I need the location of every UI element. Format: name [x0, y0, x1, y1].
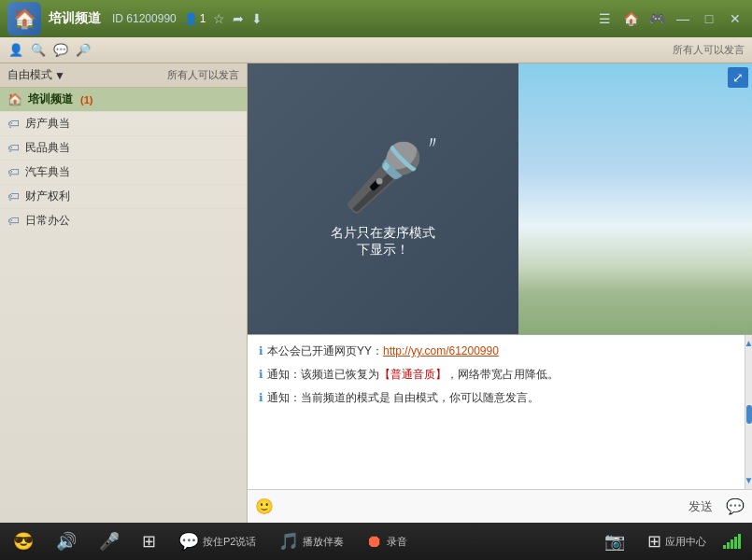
voice-message-button[interactable]: 💬: [726, 497, 745, 515]
record-button[interactable]: ⏺ 录音: [361, 530, 413, 553]
sidebar-channel-item[interactable]: 🏷 汽车典当: [0, 161, 247, 185]
header: 🏠 培训频道 ID 61200990 👤 1 ☆ ➦ ⬇ ☰ 🏠 🎮 — □ ✕: [0, 0, 752, 37]
video-area: 🎤 〃 名片只在麦序模式 下显示！ ⤢: [248, 63, 752, 334]
signal-bar-3: [731, 539, 733, 549]
signal-bar-2: [727, 542, 730, 549]
chat-messages: ℹ本公会已开通网页YY：http://yy.com/61200990ℹ通知：该频…: [248, 335, 745, 489]
play-music-button[interactable]: 🎵 播放伴奏: [273, 529, 349, 553]
channel-id: ID 61200990: [112, 12, 177, 25]
camera-button[interactable]: 📷: [599, 529, 631, 553]
channel-name: 汽车典当: [25, 164, 70, 180]
home-icon[interactable]: 🏠: [621, 9, 640, 28]
grid-button[interactable]: ⊞: [136, 529, 162, 553]
download-icon[interactable]: ⬇: [251, 11, 262, 26]
channel-name: 民品典当: [25, 140, 70, 156]
user-count: 👤 1: [184, 12, 206, 25]
video-background: [518, 63, 752, 334]
channel-name: 财产权利: [25, 189, 70, 204]
scroll-up-arrow[interactable]: ▲: [745, 339, 752, 348]
main-layout: 自由模式 ▼ 所有人可以发言 🏠 培训频道 (1)🏷 房产典当 🏷 民品典当 🏷…: [0, 63, 752, 523]
app-center-button[interactable]: ⊞ 应用中心: [642, 529, 712, 553]
video-preview: ⤢: [518, 63, 752, 334]
chat-icon[interactable]: 💬: [52, 42, 69, 59]
channel-icon: 🏠: [7, 92, 22, 106]
avatar-icon: 😎: [13, 531, 34, 552]
channel-icon: 🏷: [7, 189, 20, 203]
speak-permission: 所有人可以发言: [167, 68, 239, 82]
app-logo[interactable]: 🏠: [7, 2, 41, 35]
sidebar-channel-item[interactable]: 🏷 房产典当: [0, 112, 247, 136]
channel-icon: 🏷: [7, 117, 20, 131]
scroll-thumb[interactable]: [746, 405, 752, 424]
speaker-icon: 🔊: [56, 531, 77, 552]
info-icon: ℹ: [259, 344, 263, 357]
channel-name: 房产典当: [25, 116, 70, 132]
sidebar: 自由模式 ▼ 所有人可以发言 🏠 培训频道 (1)🏷 房产典当 🏷 民品典当 🏷…: [0, 63, 248, 523]
mode-selector[interactable]: 自由模式 ▼: [7, 67, 65, 83]
send-button[interactable]: 发送: [681, 497, 720, 517]
channel-mode-bar: 自由模式 ▼ 所有人可以发言: [0, 63, 247, 88]
avatar-button[interactable]: 😎: [7, 529, 39, 553]
sidebar-channel-item[interactable]: 🏷 民品典当: [0, 136, 247, 161]
info-icon: ℹ: [259, 368, 263, 381]
channel-count: (1): [80, 94, 92, 105]
microphone-icon: 🎤: [343, 139, 424, 216]
chat-message: ℹ通知：该频道已恢复为【普通音质】，网络带宽占用降低。: [259, 366, 733, 384]
expand-button[interactable]: ⤢: [728, 67, 748, 88]
emoji-picker-button[interactable]: 🙂: [255, 497, 274, 515]
signal-bar-5: [738, 534, 741, 549]
signal-bar-4: [734, 537, 737, 549]
window-controls: ☰ 🏠 🎮 — □ ✕: [595, 9, 745, 28]
channel-link[interactable]: http://yy.com/61200990: [383, 344, 499, 357]
speaker-button[interactable]: 🔊: [50, 529, 82, 553]
ptt-label: 按住P2说话: [203, 535, 256, 549]
signal-bar-1: [723, 545, 726, 549]
record-icon: ⏺: [366, 532, 383, 552]
maximize-icon[interactable]: □: [700, 9, 718, 28]
ptt-icon: 💬: [178, 531, 199, 552]
right-panel: 🎤 〃 名片只在麦序模式 下显示！ ⤢ ℹ本公会已开通网页YY：http://y…: [248, 63, 752, 523]
bottom-toolbar: 😎 🔊 🎤 ⊞ 💬 按住P2说话 🎵 播放伴奏 ⏺ 录音 📷 ⊞ 应用中心: [0, 523, 752, 560]
namecard-hint: 名片只在麦序模式 下显示！: [331, 225, 435, 259]
channel-name: 培训频道: [28, 91, 73, 107]
mic-button[interactable]: 🎤: [93, 529, 125, 553]
search-icon[interactable]: 🔍: [30, 42, 47, 59]
sound-lines-icon: 〃: [424, 132, 441, 154]
input-area: 🙂 发送 💬: [248, 489, 752, 523]
signal-strength: [723, 534, 741, 549]
channel-title: 培训频道: [49, 10, 101, 27]
scroll-bar[interactable]: ▲ ▼: [745, 335, 752, 489]
channel-icon: 🏷: [7, 141, 20, 155]
chat-message: ℹ通知：当前频道的模式是 自由模式，你可以随意发言。: [259, 389, 733, 407]
sidebar-channel-item[interactable]: 🏷 财产权利: [0, 185, 247, 209]
secondary-toolbar: 👤 🔍 💬 🔎 所有人可以发言: [0, 37, 752, 63]
ptt-button[interactable]: 💬 按住P2说话: [173, 529, 262, 553]
profile-icon[interactable]: 👤: [7, 42, 24, 59]
sidebar-channel-item[interactable]: 🏠 培训频道 (1): [0, 88, 247, 112]
game-icon[interactable]: 🎮: [647, 9, 666, 28]
music-icon: 🎵: [278, 531, 299, 552]
star-icon[interactable]: ☆: [213, 11, 225, 26]
close-icon[interactable]: ✕: [726, 9, 745, 28]
info-icon: ℹ: [259, 391, 263, 404]
speak-status: 所有人可以发言: [673, 43, 745, 57]
grid-icon: ⊞: [142, 531, 156, 552]
scroll-down-arrow[interactable]: ▼: [745, 476, 752, 485]
search2-icon[interactable]: 🔎: [75, 42, 92, 59]
users-icon: 👤: [184, 12, 198, 25]
channel-list: 🏠 培训频道 (1)🏷 房产典当 🏷 民品典当 🏷 汽车典当 🏷 财产权利 🏷 …: [0, 88, 247, 523]
channel-icon: 🏷: [7, 214, 20, 228]
mic-card-panel: 🎤 〃 名片只在麦序模式 下显示！: [248, 63, 518, 334]
mic-icon: 🎤: [99, 531, 120, 552]
channel-name: 日常办公: [25, 213, 70, 229]
play-music-label: 播放伴奏: [303, 535, 344, 549]
minimize-icon[interactable]: —: [674, 9, 692, 28]
camera-icon: 📷: [604, 531, 625, 552]
app-center-icon: ⊞: [647, 531, 661, 552]
arrow-icon[interactable]: ➦: [233, 11, 244, 26]
chat-area: ℹ本公会已开通网页YY：http://yy.com/61200990ℹ通知：该频…: [248, 334, 752, 523]
record-label: 录音: [387, 535, 407, 549]
sidebar-channel-item[interactable]: 🏷 日常办公: [0, 209, 247, 233]
highlighted-text: 【普通音质】: [379, 368, 447, 381]
menu-icon[interactable]: ☰: [595, 9, 614, 28]
